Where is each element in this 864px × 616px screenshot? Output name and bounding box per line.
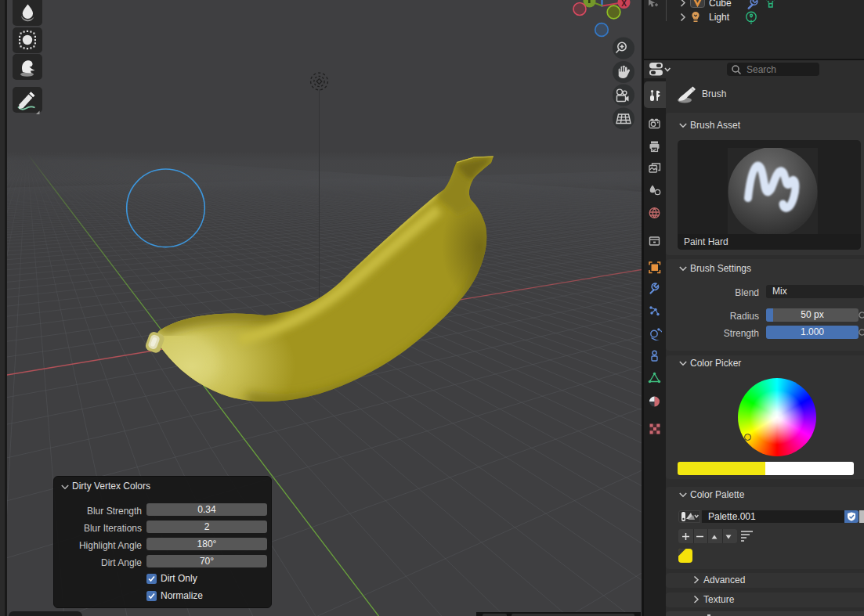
svg-text:X: X bbox=[621, 0, 627, 8]
